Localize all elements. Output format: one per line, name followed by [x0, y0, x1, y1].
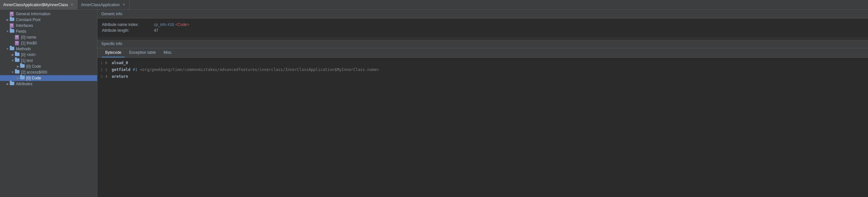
sidebar-label-access000-code: [0] Code — [26, 76, 41, 80]
icon-fields — [10, 29, 15, 34]
tab-innerclass-label: /InnerClassApplication$MyInnerClass — [3, 3, 68, 7]
code-link-2[interactable]: #1 — [133, 67, 137, 73]
tab-innerclassapp-close[interactable]: ✕ — [122, 2, 126, 7]
sidebar-label-interfaces: Interfaces — [16, 23, 33, 28]
sidebar-label-fields: Fields — [16, 29, 26, 34]
main-layout: General Information ▶ Constant Pool Inte… — [0, 10, 868, 197]
tab-innerclassapp[interactable]: /InnerClassApplication ✕ — [78, 0, 129, 9]
tab-bytecode[interactable]: Bytecode — [102, 48, 125, 57]
sidebar-item-test-code[interactable]: ▶ [0] Code — [0, 64, 97, 69]
sidebar-item-general[interactable]: General Information — [0, 11, 97, 17]
icon-access000 — [15, 70, 20, 75]
sidebar-label-test-code: [0] Code — [26, 64, 41, 69]
attribute-name-link[interactable]: cp_info #16 — [154, 23, 174, 27]
generic-info-header: Generic info — [97, 10, 868, 18]
icon-fields-name — [15, 35, 20, 40]
arrow-access000-code: ▶ — [16, 76, 20, 80]
icon-constantpool — [10, 17, 15, 22]
code-text-3: areturn — [112, 74, 128, 80]
specific-info-title: Specific info — [101, 41, 122, 46]
sidebar-item-access000[interactable]: ▼ [2] access$000 — [0, 69, 97, 75]
code-line-2: 2 1 getfield #1 <org/geekbang/time/commo… — [97, 67, 868, 73]
icon-fields-this0 — [15, 41, 20, 45]
generic-info-title: Generic info — [101, 12, 122, 16]
sidebar-item-constantpool[interactable]: ▶ Constant Pool — [0, 17, 97, 23]
arrow-attributes: ▶ — [5, 82, 10, 85]
line-offset-2: 1 — [105, 67, 112, 73]
sidebar-item-methods[interactable]: ▼ Methods — [0, 46, 97, 52]
code-comment-2: <org/geekbang/time/commonmistakes/advanc… — [137, 67, 379, 73]
arrow-test: ▼ — [10, 59, 15, 62]
content-area: Generic info Attribute name index: cp_in… — [97, 10, 868, 197]
sidebar-label-test: [1] test — [21, 58, 33, 63]
arrow-methods: ▼ — [5, 47, 10, 50]
sidebar-item-access000-code[interactable]: ▶ [0] Code — [0, 75, 97, 81]
arrow-access000: ▼ — [10, 71, 15, 74]
sidebar-label-init: [0] <init> — [21, 52, 36, 57]
attribute-name-label: Attribute name index: — [102, 23, 154, 27]
code-text-1: aload_0 — [112, 60, 128, 66]
generic-info-content: Attribute name index: cp_info #16 <Code>… — [97, 18, 868, 37]
line-num-2: 2 — [97, 67, 105, 73]
line-offset-3: 4 — [105, 74, 112, 80]
tab-exception-table-label: Exception table — [129, 50, 156, 55]
icon-access000-code — [20, 76, 25, 80]
code-line-1: 1 0 aload_0 — [97, 60, 868, 67]
attribute-length-value: 47 — [154, 28, 158, 33]
tab-bar: /InnerClassApplication$MyInnerClass ✕ /I… — [0, 0, 868, 10]
arrow-constantpool: ▶ — [5, 18, 10, 22]
arrow-test-code: ▶ — [16, 65, 20, 68]
sidebar-label-attributes: Attributes — [16, 82, 32, 86]
tab-misc-label: Misc — [164, 50, 172, 55]
sidebar-item-fields-name[interactable]: [0] name — [0, 34, 97, 40]
sidebar-label-general: General Information — [16, 12, 50, 16]
divider1 — [97, 38, 868, 38]
specific-info-header: Specific info — [97, 40, 868, 48]
icon-methods — [10, 47, 15, 51]
sidebar-item-test[interactable]: ▼ [1] test — [0, 58, 97, 64]
icon-init — [15, 52, 20, 57]
sidebar-item-attributes[interactable]: ▶ Attributes — [0, 81, 97, 87]
tab-innerclassapp-label: /InnerClassApplication — [81, 3, 120, 7]
tab-exception-table[interactable]: Exception table — [126, 48, 159, 57]
line-offset-1: 0 — [105, 60, 112, 66]
icon-interfaces — [10, 23, 15, 28]
sidebar: General Information ▶ Constant Pool Inte… — [0, 10, 97, 197]
sidebar-item-init[interactable]: ▶ [0] <init> — [0, 52, 97, 58]
icon-test — [15, 58, 20, 63]
sidebar-label-access000: [2] access$000 — [21, 70, 48, 75]
sidebar-label-fields-this0: [1] this$0 — [21, 41, 37, 45]
line-num-3: 3 — [97, 74, 105, 80]
sidebar-label-fields-name: [0] name — [21, 35, 36, 40]
sidebar-label-methods: Methods — [16, 47, 31, 51]
attribute-length-row: Attribute length: 47 — [102, 28, 864, 33]
code-area: 1 0 aload_0 2 1 getfield #1 <org/geekban… — [97, 58, 868, 82]
inner-tab-bar: Bytecode Exception table Misc — [97, 48, 868, 58]
code-line-3: 3 4 areturn — [97, 73, 868, 80]
icon-attributes — [10, 82, 15, 86]
sidebar-item-fields-this0[interactable]: [1] this$0 — [0, 40, 97, 46]
tab-misc[interactable]: Misc — [160, 48, 175, 57]
sidebar-item-interfaces[interactable]: Interfaces — [0, 23, 97, 29]
icon-general — [10, 12, 15, 16]
attribute-length-label: Attribute length: — [102, 28, 154, 33]
tab-innerclass[interactable]: /InnerClassApplication$MyInnerClass ✕ — [0, 0, 78, 9]
tab-innerclass-close[interactable]: ✕ — [70, 2, 74, 7]
arrow-init: ▶ — [10, 53, 15, 56]
arrow-fields: ▼ — [5, 30, 10, 33]
sidebar-label-constantpool: Constant Pool — [16, 17, 40, 22]
code-text-2: getfield — [112, 67, 133, 73]
attribute-name-row: Attribute name index: cp_info #16 <Code> — [102, 23, 864, 27]
sidebar-item-fields[interactable]: ▼ Fields — [0, 29, 97, 34]
tab-bytecode-label: Bytecode — [105, 50, 121, 55]
line-num-1: 1 — [97, 60, 105, 66]
attribute-name-tag: <Code> — [175, 23, 189, 27]
icon-test-code — [20, 64, 25, 69]
